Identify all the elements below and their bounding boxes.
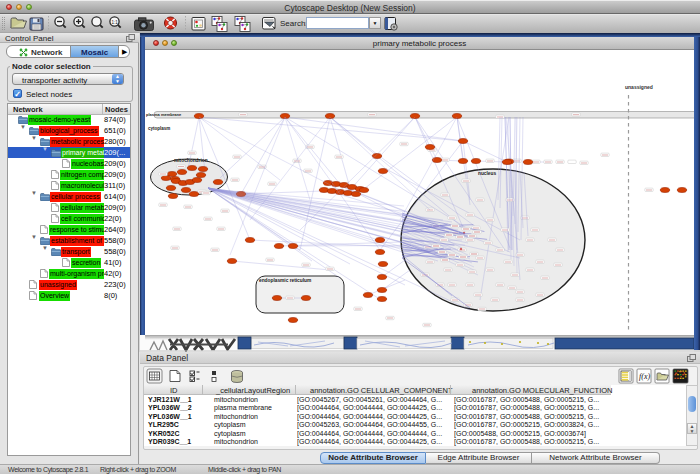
svg-text:f(x): f(x) <box>639 372 650 381</box>
svg-text:mitochondrion: mitochondrion <box>174 158 208 163</box>
svg-text:endoplasmic reticulum: endoplasmic reticulum <box>259 278 311 283</box>
svg-text:plasma membrane: plasma membrane <box>146 112 182 117</box>
svg-text:unassigned: unassigned <box>625 84 653 90</box>
svg-text:1:1: 1:1 <box>112 20 119 25</box>
svg-text:cytoplasm: cytoplasm <box>148 126 170 131</box>
svg-text:nucleus: nucleus <box>478 171 496 176</box>
